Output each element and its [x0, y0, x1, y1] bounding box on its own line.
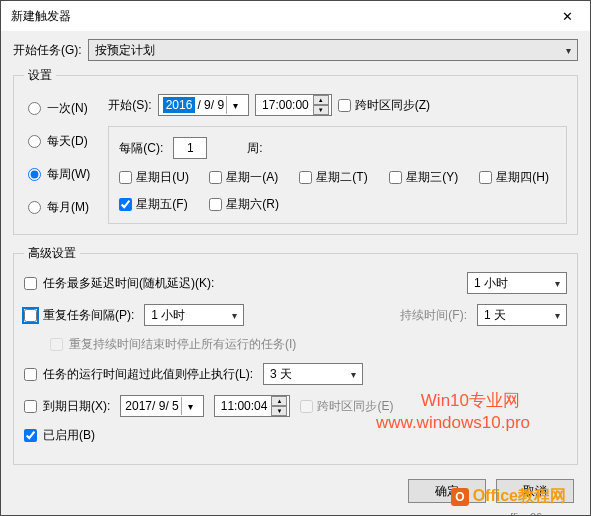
settings-legend: 设置: [24, 67, 56, 84]
adv-expire-checkbox[interactable]: [24, 400, 37, 413]
content-area: 开始任务(G): 按预定计划 ▾ 设置 一次(N) 每天(D): [1, 31, 590, 483]
adv-runlimit-row: 任务的运行时间超过此值则停止执行(L): 3 天 ▾: [24, 363, 567, 385]
window-title: 新建触发器: [11, 8, 71, 25]
adv-expire-row: 到期日期(X): 2017/ 9/ 5 ▾ 11:00:04 ▲ ▼ 跨时区同步…: [24, 395, 567, 417]
close-icon: ✕: [562, 9, 573, 24]
day-thu[interactable]: 星期四(H): [479, 169, 555, 186]
expire-sync-tz-label: 跨时区同步(E): [317, 398, 393, 415]
adv-stopall-label: 重复持续时间结束时停止所有运行的任务(I): [69, 336, 296, 353]
begin-task-combo[interactable]: 按预定计划 ▾: [88, 39, 578, 61]
adv-repeat-checkbox[interactable]: [24, 309, 37, 322]
adv-runlimit[interactable]: 任务的运行时间超过此值则停止执行(L):: [24, 366, 253, 383]
radio-weekly-label: 每周(W): [47, 166, 90, 183]
every-label: 每隔(C):: [119, 140, 163, 157]
weekly-panel: 每隔(C): 1 周: 星期日(U) 星期一(A) 星期二(T) 星期三(Y) …: [108, 126, 567, 224]
adv-repeat-label: 重复任务间隔(P):: [43, 307, 134, 324]
adv-repeat-row: 重复任务间隔(P): 1 小时 ▾ 持续时间(F): 1 天 ▾: [24, 304, 567, 326]
sync-tz[interactable]: 跨时区同步(Z): [338, 97, 430, 114]
radio-weekly-input[interactable]: [28, 168, 41, 181]
time-spinner[interactable]: ▲ ▼: [271, 396, 287, 416]
radio-daily-input[interactable]: [28, 135, 41, 148]
adv-stopall: 重复持续时间结束时停止所有运行的任务(I): [50, 336, 296, 353]
adv-delay-combo[interactable]: 1 小时 ▾: [467, 272, 567, 294]
radio-once-input[interactable]: [28, 102, 41, 115]
begin-task-label: 开始任务(G):: [13, 42, 82, 59]
adv-delay[interactable]: 任务最多延迟时间(随机延迟)(K):: [24, 275, 214, 292]
adv-stopall-row: 重复持续时间结束时停止所有运行的任务(I): [24, 336, 567, 353]
advanced-fieldset: 高级设置 任务最多延迟时间(随机延迟)(K): 1 小时 ▾ 重复任务间隔(P)…: [13, 245, 578, 465]
adv-enabled-row: 已启用(B): [24, 427, 567, 444]
adv-runlimit-label: 任务的运行时间超过此值则停止执行(L):: [43, 366, 253, 383]
radio-daily[interactable]: 每天(D): [28, 133, 90, 150]
radio-monthly-label: 每月(M): [47, 199, 89, 216]
sync-tz-checkbox[interactable]: [338, 99, 351, 112]
calendar-chevron-icon[interactable]: ▾: [226, 96, 244, 114]
spinner-up-icon[interactable]: ▲: [271, 396, 287, 406]
schedule-radios: 一次(N) 每天(D) 每周(W) 每月(M): [24, 94, 94, 224]
cancel-button[interactable]: 取消: [496, 479, 574, 503]
day-sun[interactable]: 星期日(U): [119, 169, 195, 186]
adv-expire-label: 到期日期(X):: [43, 398, 110, 415]
every-input[interactable]: 1: [173, 137, 207, 159]
spinner-down-icon[interactable]: ▼: [313, 105, 329, 115]
adv-repeat[interactable]: 重复任务间隔(P):: [24, 307, 134, 324]
start-label: 开始(S):: [108, 97, 151, 114]
radio-daily-label: 每天(D): [47, 133, 88, 150]
adv-enabled[interactable]: 已启用(B): [24, 427, 95, 444]
adv-runlimit-combo[interactable]: 3 天 ▾: [263, 363, 363, 385]
adv-duration-label: 持续时间(F):: [400, 307, 467, 324]
adv-stopall-checkbox: [50, 338, 63, 351]
start-row: 开始(S): 2016 / 9/ 9 ▾ 17:00:00 ▲ ▼: [108, 94, 567, 116]
every-value: 1: [187, 141, 194, 155]
radio-monthly-input[interactable]: [28, 201, 41, 214]
ok-button[interactable]: 确定: [408, 479, 486, 503]
adv-duration-combo[interactable]: 1 天 ▾: [477, 304, 567, 326]
day-sat[interactable]: 星期六(R): [209, 196, 285, 213]
titlebar: 新建触发器 ✕: [1, 1, 590, 31]
adv-runlimit-checkbox[interactable]: [24, 368, 37, 381]
begin-task-row: 开始任务(G): 按预定计划 ▾: [13, 39, 578, 61]
dialog-buttons: 确定 取消: [408, 479, 574, 503]
spinner-up-icon[interactable]: ▲: [313, 95, 329, 105]
adv-expire[interactable]: 到期日期(X):: [24, 398, 110, 415]
chevron-down-icon: ▾: [232, 310, 237, 321]
watermark-text-4: www.office26.com: [478, 511, 566, 516]
calendar-chevron-icon[interactable]: ▾: [181, 397, 199, 415]
radio-once[interactable]: 一次(N): [28, 100, 90, 117]
time-spinner[interactable]: ▲ ▼: [313, 95, 329, 115]
adv-repeat-combo[interactable]: 1 小时 ▾: [144, 304, 244, 326]
adv-enabled-checkbox[interactable]: [24, 429, 37, 442]
day-mon[interactable]: 星期一(A): [209, 169, 285, 186]
radio-weekly[interactable]: 每周(W): [28, 166, 90, 183]
start-time-input[interactable]: 17:00:00 ▲ ▼: [255, 94, 332, 116]
days-group: 星期日(U) 星期一(A) 星期二(T) 星期三(Y) 星期四(H) 星期五(F…: [119, 169, 556, 213]
radio-monthly[interactable]: 每月(M): [28, 199, 90, 216]
start-year: 2016: [163, 97, 196, 113]
settings-fieldset: 设置 一次(N) 每天(D) 每周(W): [13, 67, 578, 235]
expire-date-input[interactable]: 2017/ 9/ 5 ▾: [120, 395, 203, 417]
expire-sync-tz-checkbox[interactable]: [300, 400, 313, 413]
start-date-rest: / 9/ 9: [197, 98, 224, 112]
spinner-down-icon[interactable]: ▼: [271, 406, 287, 416]
chevron-down-icon: ▾: [555, 310, 560, 321]
chevron-down-icon: ▾: [555, 278, 560, 289]
week-label: 周:: [247, 140, 262, 157]
begin-task-value: 按预定计划: [95, 42, 155, 59]
day-tue[interactable]: 星期二(T): [299, 169, 375, 186]
expire-time-value: 11:00:04: [221, 399, 268, 413]
expire-time-input[interactable]: 11:00:04 ▲ ▼: [214, 395, 291, 417]
start-date-input[interactable]: 2016 / 9/ 9 ▾: [158, 94, 249, 116]
chevron-down-icon: ▾: [351, 369, 356, 380]
advanced-legend: 高级设置: [24, 245, 80, 262]
radio-once-label: 一次(N): [47, 100, 88, 117]
chevron-down-icon: ▾: [566, 45, 571, 56]
day-wed[interactable]: 星期三(Y): [389, 169, 465, 186]
adv-delay-row: 任务最多延迟时间(随机延迟)(K): 1 小时 ▾: [24, 272, 567, 294]
adv-delay-checkbox[interactable]: [24, 277, 37, 290]
expire-sync-tz[interactable]: 跨时区同步(E): [300, 398, 393, 415]
adv-delay-label: 任务最多延迟时间(随机延迟)(K):: [43, 275, 214, 292]
close-button[interactable]: ✕: [545, 1, 590, 31]
sync-tz-label: 跨时区同步(Z): [355, 97, 430, 114]
day-fri[interactable]: 星期五(F): [119, 196, 195, 213]
adv-enabled-label: 已启用(B): [43, 427, 95, 444]
